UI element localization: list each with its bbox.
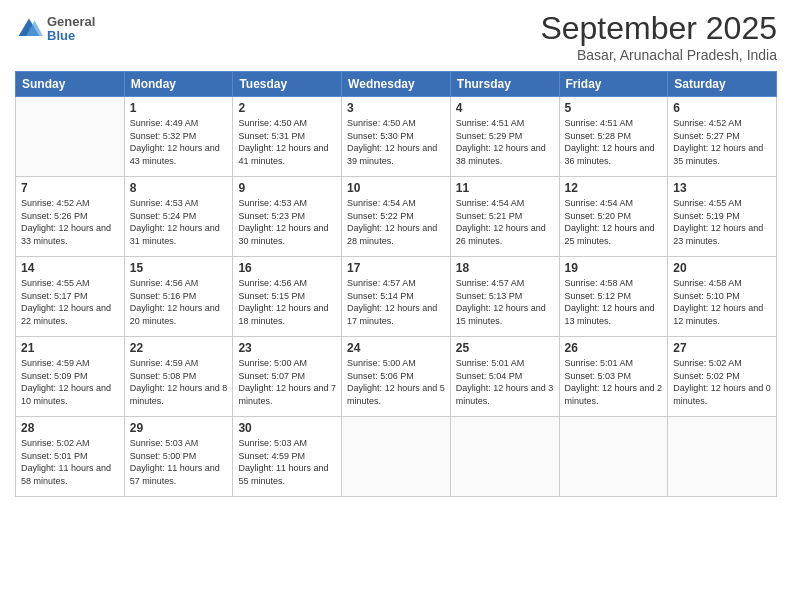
day-cell: 12Sunrise: 4:54 AMSunset: 5:20 PMDayligh… (559, 177, 668, 257)
day-info: Sunrise: 4:57 AMSunset: 5:14 PMDaylight:… (347, 277, 445, 327)
logo: General Blue (15, 15, 95, 44)
day-info: Sunrise: 4:50 AMSunset: 5:30 PMDaylight:… (347, 117, 445, 167)
day-cell: 2Sunrise: 4:50 AMSunset: 5:31 PMDaylight… (233, 97, 342, 177)
weekday-header-monday: Monday (124, 72, 233, 97)
day-cell: 3Sunrise: 4:50 AMSunset: 5:30 PMDaylight… (342, 97, 451, 177)
day-cell: 14Sunrise: 4:55 AMSunset: 5:17 PMDayligh… (16, 257, 125, 337)
day-info: Sunrise: 4:56 AMSunset: 5:16 PMDaylight:… (130, 277, 228, 327)
day-number: 1 (130, 101, 228, 115)
day-cell: 8Sunrise: 4:53 AMSunset: 5:24 PMDaylight… (124, 177, 233, 257)
weekday-header-friday: Friday (559, 72, 668, 97)
day-number: 24 (347, 341, 445, 355)
day-cell: 20Sunrise: 4:58 AMSunset: 5:10 PMDayligh… (668, 257, 777, 337)
day-info: Sunrise: 4:58 AMSunset: 5:10 PMDaylight:… (673, 277, 771, 327)
month-title: September 2025 (540, 10, 777, 47)
weekday-header-thursday: Thursday (450, 72, 559, 97)
day-info: Sunrise: 4:51 AMSunset: 5:29 PMDaylight:… (456, 117, 554, 167)
day-info: Sunrise: 4:55 AMSunset: 5:17 PMDaylight:… (21, 277, 119, 327)
logo-general: General (47, 15, 95, 29)
day-cell: 7Sunrise: 4:52 AMSunset: 5:26 PMDaylight… (16, 177, 125, 257)
day-number: 19 (565, 261, 663, 275)
day-cell: 26Sunrise: 5:01 AMSunset: 5:03 PMDayligh… (559, 337, 668, 417)
day-info: Sunrise: 4:54 AMSunset: 5:22 PMDaylight:… (347, 197, 445, 247)
day-cell (342, 417, 451, 497)
day-number: 11 (456, 181, 554, 195)
logo-text: General Blue (47, 15, 95, 44)
day-number: 25 (456, 341, 554, 355)
day-number: 30 (238, 421, 336, 435)
day-info: Sunrise: 4:52 AMSunset: 5:27 PMDaylight:… (673, 117, 771, 167)
day-cell: 25Sunrise: 5:01 AMSunset: 5:04 PMDayligh… (450, 337, 559, 417)
day-info: Sunrise: 5:02 AMSunset: 5:01 PMDaylight:… (21, 437, 119, 487)
day-info: Sunrise: 4:50 AMSunset: 5:31 PMDaylight:… (238, 117, 336, 167)
day-cell: 10Sunrise: 4:54 AMSunset: 5:22 PMDayligh… (342, 177, 451, 257)
week-row-3: 14Sunrise: 4:55 AMSunset: 5:17 PMDayligh… (16, 257, 777, 337)
day-number: 20 (673, 261, 771, 275)
week-row-5: 28Sunrise: 5:02 AMSunset: 5:01 PMDayligh… (16, 417, 777, 497)
day-cell: 28Sunrise: 5:02 AMSunset: 5:01 PMDayligh… (16, 417, 125, 497)
day-info: Sunrise: 4:54 AMSunset: 5:20 PMDaylight:… (565, 197, 663, 247)
day-cell: 17Sunrise: 4:57 AMSunset: 5:14 PMDayligh… (342, 257, 451, 337)
day-info: Sunrise: 4:53 AMSunset: 5:24 PMDaylight:… (130, 197, 228, 247)
day-number: 21 (21, 341, 119, 355)
day-cell: 4Sunrise: 4:51 AMSunset: 5:29 PMDaylight… (450, 97, 559, 177)
day-cell: 29Sunrise: 5:03 AMSunset: 5:00 PMDayligh… (124, 417, 233, 497)
day-number: 8 (130, 181, 228, 195)
day-info: Sunrise: 5:00 AMSunset: 5:07 PMDaylight:… (238, 357, 336, 407)
day-number: 10 (347, 181, 445, 195)
day-cell: 16Sunrise: 4:56 AMSunset: 5:15 PMDayligh… (233, 257, 342, 337)
day-number: 23 (238, 341, 336, 355)
day-cell (559, 417, 668, 497)
day-number: 14 (21, 261, 119, 275)
weekday-header-tuesday: Tuesday (233, 72, 342, 97)
day-info: Sunrise: 5:03 AMSunset: 4:59 PMDaylight:… (238, 437, 336, 487)
day-cell: 5Sunrise: 4:51 AMSunset: 5:28 PMDaylight… (559, 97, 668, 177)
day-number: 29 (130, 421, 228, 435)
title-block: September 2025 Basar, Arunachal Pradesh,… (540, 10, 777, 63)
day-number: 26 (565, 341, 663, 355)
day-cell: 6Sunrise: 4:52 AMSunset: 5:27 PMDaylight… (668, 97, 777, 177)
day-info: Sunrise: 5:03 AMSunset: 5:00 PMDaylight:… (130, 437, 228, 487)
day-number: 22 (130, 341, 228, 355)
day-info: Sunrise: 4:51 AMSunset: 5:28 PMDaylight:… (565, 117, 663, 167)
week-row-2: 7Sunrise: 4:52 AMSunset: 5:26 PMDaylight… (16, 177, 777, 257)
page: General Blue September 2025 Basar, Aruna… (0, 0, 792, 612)
day-cell: 11Sunrise: 4:54 AMSunset: 5:21 PMDayligh… (450, 177, 559, 257)
day-info: Sunrise: 5:00 AMSunset: 5:06 PMDaylight:… (347, 357, 445, 407)
day-info: Sunrise: 4:49 AMSunset: 5:32 PMDaylight:… (130, 117, 228, 167)
day-number: 7 (21, 181, 119, 195)
weekday-header-sunday: Sunday (16, 72, 125, 97)
week-row-4: 21Sunrise: 4:59 AMSunset: 5:09 PMDayligh… (16, 337, 777, 417)
day-cell: 9Sunrise: 4:53 AMSunset: 5:23 PMDaylight… (233, 177, 342, 257)
logo-icon (15, 15, 43, 43)
day-number: 15 (130, 261, 228, 275)
day-info: Sunrise: 4:53 AMSunset: 5:23 PMDaylight:… (238, 197, 336, 247)
day-info: Sunrise: 5:01 AMSunset: 5:03 PMDaylight:… (565, 357, 663, 407)
day-cell: 22Sunrise: 4:59 AMSunset: 5:08 PMDayligh… (124, 337, 233, 417)
weekday-header-row: SundayMondayTuesdayWednesdayThursdayFrid… (16, 72, 777, 97)
day-info: Sunrise: 5:01 AMSunset: 5:04 PMDaylight:… (456, 357, 554, 407)
day-cell (668, 417, 777, 497)
day-info: Sunrise: 4:59 AMSunset: 5:08 PMDaylight:… (130, 357, 228, 407)
day-number: 12 (565, 181, 663, 195)
weekday-header-saturday: Saturday (668, 72, 777, 97)
day-cell: 19Sunrise: 4:58 AMSunset: 5:12 PMDayligh… (559, 257, 668, 337)
day-number: 27 (673, 341, 771, 355)
day-info: Sunrise: 4:58 AMSunset: 5:12 PMDaylight:… (565, 277, 663, 327)
day-cell: 30Sunrise: 5:03 AMSunset: 4:59 PMDayligh… (233, 417, 342, 497)
day-info: Sunrise: 4:55 AMSunset: 5:19 PMDaylight:… (673, 197, 771, 247)
day-number: 13 (673, 181, 771, 195)
day-cell: 23Sunrise: 5:00 AMSunset: 5:07 PMDayligh… (233, 337, 342, 417)
day-number: 16 (238, 261, 336, 275)
day-info: Sunrise: 4:59 AMSunset: 5:09 PMDaylight:… (21, 357, 119, 407)
day-cell: 21Sunrise: 4:59 AMSunset: 5:09 PMDayligh… (16, 337, 125, 417)
day-info: Sunrise: 4:52 AMSunset: 5:26 PMDaylight:… (21, 197, 119, 247)
day-info: Sunrise: 4:56 AMSunset: 5:15 PMDaylight:… (238, 277, 336, 327)
week-row-1: 1Sunrise: 4:49 AMSunset: 5:32 PMDaylight… (16, 97, 777, 177)
day-number: 9 (238, 181, 336, 195)
subtitle: Basar, Arunachal Pradesh, India (540, 47, 777, 63)
day-cell: 13Sunrise: 4:55 AMSunset: 5:19 PMDayligh… (668, 177, 777, 257)
day-cell: 15Sunrise: 4:56 AMSunset: 5:16 PMDayligh… (124, 257, 233, 337)
day-number: 5 (565, 101, 663, 115)
day-info: Sunrise: 5:02 AMSunset: 5:02 PMDaylight:… (673, 357, 771, 407)
